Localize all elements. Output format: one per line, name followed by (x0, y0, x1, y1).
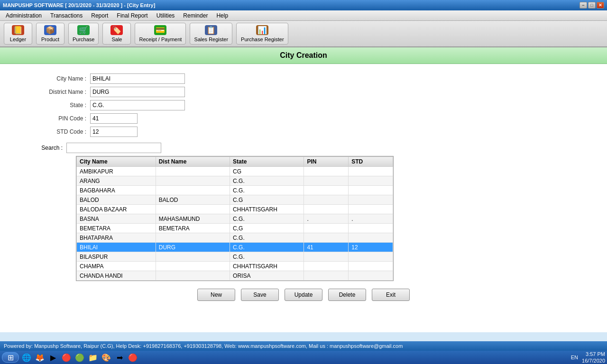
taskbar-icon-ie[interactable]: 🌐 (21, 352, 32, 363)
start-button[interactable]: ⊞ (2, 352, 19, 363)
cell-state: C.G. (230, 214, 304, 224)
city-name-input[interactable] (90, 73, 185, 84)
ledger-icon: 📒 (12, 25, 24, 35)
product-button[interactable]: 📦 Product (36, 23, 64, 45)
update-button[interactable]: Update (285, 289, 322, 301)
cell-pin (304, 195, 349, 205)
exit-button[interactable]: Exit (372, 289, 410, 301)
purchase-icon: 🛒 (77, 25, 90, 35)
cell-state: CHHATTISGARH (230, 205, 304, 214)
col-header-pin: PIN (304, 157, 349, 167)
new-button[interactable]: New (197, 289, 235, 301)
taskbar-icon-arrow[interactable]: ➡ (114, 352, 125, 363)
table-row[interactable]: BHATAPARAC.G. (77, 233, 393, 243)
table-row[interactable]: ARANGC.G. (77, 176, 393, 186)
menu-help[interactable]: Help (212, 11, 232, 20)
cell-dist (156, 233, 230, 243)
taskbar-icon-media[interactable]: ▶ (47, 352, 59, 363)
cell-std (349, 224, 393, 233)
table-row[interactable]: BALODA BAZAARCHHATTISGARH (77, 205, 393, 214)
save-button[interactable]: Save (241, 289, 279, 301)
taskbar-icon-chrome[interactable]: 🟢 (74, 352, 85, 363)
menu-utilities[interactable]: Utilities (153, 11, 179, 20)
cell-state: CG (230, 167, 304, 176)
cell-city: BALOD (77, 195, 156, 205)
delete-button[interactable]: Delete (328, 289, 366, 301)
pin-code-input[interactable] (90, 113, 138, 124)
sale-button[interactable]: 🏷️ Sale (102, 23, 131, 45)
cell-pin (304, 186, 349, 195)
taskbar-icon-ff[interactable]: 🔴 (61, 352, 72, 363)
cell-city: BASNA (77, 214, 156, 224)
main-content: City Name : District Name : State : PIN … (0, 64, 607, 332)
status-text: Powered by: Manpushp Software, Raipur (C… (4, 343, 403, 349)
taskbar-icon-app[interactable]: 🔴 (127, 352, 138, 363)
cell-state: C.G. (230, 176, 304, 186)
cell-city: BALODA BAZAAR (77, 205, 156, 214)
purchase-register-button[interactable]: 📊 Purchase Register (236, 23, 288, 45)
cell-city: ARANG (77, 176, 156, 186)
std-code-row: STD Code : (14, 127, 593, 137)
product-icon: 📦 (44, 25, 56, 35)
status-bar: Powered by: Manpushp Software, Raipur (C… (0, 341, 607, 351)
cell-std (349, 262, 393, 271)
taskbar-icon-folder[interactable]: 📁 (87, 352, 99, 363)
table-row[interactable]: CHANDA HANDIORISA (77, 271, 393, 281)
cell-pin: 41 (304, 243, 349, 252)
menu-transactions[interactable]: Transactions (46, 11, 86, 20)
std-code-input[interactable] (90, 127, 138, 137)
cell-dist: DURG (156, 243, 230, 252)
table-row[interactable]: BASNAMAHASAMUNDC.G... (77, 214, 393, 224)
menu-reminder[interactable]: Reminder (179, 11, 212, 20)
receipt-payment-button[interactable]: 💳 Receipt / Payment (135, 23, 186, 45)
table-row[interactable]: BHILAIDURGC.G.4112 (77, 243, 393, 252)
table-body: AMBIKAPURCGARANGC.G.BAGBAHARAC.G.BALODBA… (77, 167, 393, 281)
table-row[interactable]: CHAMPACHHATTISGARH (77, 262, 393, 271)
page-title: City Creation (280, 51, 327, 59)
table-header-row: City Name Dist Name State PIN STD (77, 157, 393, 167)
district-name-input[interactable] (90, 87, 185, 97)
state-input[interactable] (90, 100, 185, 110)
title-bar-controls: − □ ✕ (579, 2, 604, 9)
cell-pin (304, 233, 349, 243)
form-area: City Name : District Name : State : PIN … (14, 73, 593, 137)
cell-std: 12 (349, 243, 393, 252)
col-header-city: City Name (77, 157, 156, 167)
cell-pin: . (304, 214, 349, 224)
close-button[interactable]: ✕ (597, 2, 604, 9)
menu-final-report[interactable]: Final Report (113, 11, 151, 20)
minimize-button[interactable]: − (579, 2, 587, 9)
taskbar: ⊞ 🌐 🦊 ▶ 🔴 🟢 📁 🎨 ➡ 🔴 EN 3:57 PM 16/7/2020 (0, 351, 607, 364)
table-row[interactable]: BEMETARABEMETARAC,G (77, 224, 393, 233)
table-wrapper[interactable]: City Name Dist Name State PIN STD AMBIKA… (76, 156, 393, 281)
purchase-register-label: Purchase Register (241, 36, 284, 42)
menu-administration[interactable]: Administration (2, 11, 46, 20)
cell-dist (156, 176, 230, 186)
district-name-label: District Name : (14, 89, 90, 95)
search-input[interactable] (66, 143, 161, 153)
table-row[interactable]: BAGBAHARAC.G. (77, 186, 393, 195)
page-header: City Creation (0, 47, 607, 64)
taskbar-icon-firefox[interactable]: 🦊 (34, 352, 46, 363)
menu-report[interactable]: Report (87, 11, 112, 20)
cell-std (349, 167, 393, 176)
data-table-container: City Name Dist Name State PIN STD AMBIKA… (76, 156, 394, 281)
taskbar-icon-paint[interactable]: 🎨 (101, 352, 112, 363)
cell-pin (304, 262, 349, 271)
ledger-button[interactable]: 📒 Ledger (4, 23, 32, 45)
date-display: 16/7/2020 (582, 357, 605, 364)
maximize-button[interactable]: □ (588, 2, 596, 9)
table-row[interactable]: AMBIKAPURCG (77, 167, 393, 176)
cell-state: C.G. (230, 233, 304, 243)
cell-city: CHANDA HANDI (77, 271, 156, 281)
cell-dist (156, 262, 230, 271)
cell-dist: BEMETARA (156, 224, 230, 233)
table-row[interactable]: BALODBALODC.G (77, 195, 393, 205)
taskbar-right: EN 3:57 PM 16/7/2020 (571, 351, 605, 364)
purchase-label: Purchase (73, 36, 94, 42)
table-row[interactable]: BILASPURC.G. (77, 252, 393, 262)
purchase-button[interactable]: 🛒 Purchase (68, 23, 99, 45)
cell-city: BEMETARA (77, 224, 156, 233)
cell-std (349, 233, 393, 243)
sales-register-button[interactable]: 📋 Sales Register (190, 23, 232, 45)
